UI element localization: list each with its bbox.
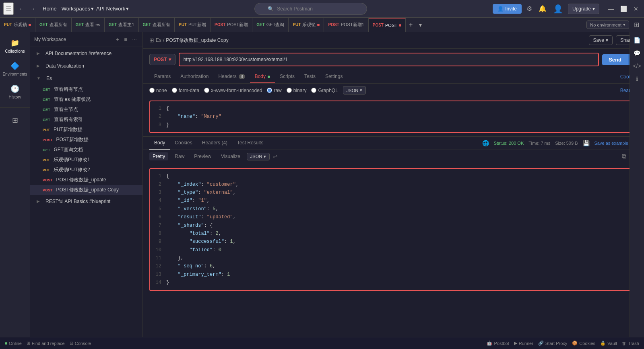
tree-item-get-master[interactable]: GET 查看主节点 xyxy=(30,105,142,115)
upgrade-button[interactable]: Upgrade ▾ xyxy=(568,4,599,14)
tree-item-post-update-copy[interactable]: POST POST修改数据_update Copy xyxy=(30,185,142,195)
tab-authorization[interactable]: Authorization xyxy=(175,70,213,83)
tab-headers[interactable]: Headers 8 xyxy=(213,70,250,83)
notifications-icon[interactable]: 🔔 xyxy=(537,3,548,14)
new-collection-button[interactable]: + xyxy=(114,35,121,43)
tree-item-post-add[interactable]: POST POST新增数据 xyxy=(30,135,142,145)
minimize-button[interactable]: — xyxy=(606,4,616,14)
postbot-button[interactable]: 🤖 Postbot xyxy=(487,341,509,346)
runner-button[interactable]: ▶ Runner xyxy=(514,341,533,346)
request-body-editor[interactable]: 1 { 2 "name": "Marry" 3 } xyxy=(149,101,638,133)
tab-put-1[interactable]: PUT 乐观锁 xyxy=(0,18,35,32)
settings-icon[interactable]: ⚙ xyxy=(525,3,534,14)
resp-line-2: 2 "_index": "customer", xyxy=(153,181,634,189)
forward-button[interactable]: → xyxy=(27,4,38,14)
workspaces-nav[interactable]: Workspaces ▾ xyxy=(62,6,94,12)
resp-tab-cookies[interactable]: Cookies xyxy=(170,137,197,150)
body-urlencoded-option[interactable]: x-www-form-urlencoded xyxy=(204,88,262,93)
word-wrap-button[interactable]: ⇌ xyxy=(273,153,278,160)
tab-get-5[interactable]: GET GET查询 xyxy=(252,18,289,32)
add-tab-button[interactable]: + xyxy=(406,21,416,29)
filter-button[interactable]: ≡ xyxy=(122,35,129,43)
tab-tests[interactable]: Tests xyxy=(299,70,320,83)
response-json-selector[interactable]: JSON ▾ xyxy=(247,153,270,160)
left-panel-header: My Workspace + ≡ ··· xyxy=(30,32,142,47)
sidebar-item-apps[interactable]: ⊞ xyxy=(2,113,28,128)
tab-settings[interactable]: Settings xyxy=(320,70,347,83)
json-format-selector[interactable]: JSON ▾ xyxy=(343,86,366,94)
documentation-icon[interactable]: 📄 xyxy=(632,35,642,45)
tree-folder-api-docs[interactable]: ▶ API Documentation #reference xyxy=(30,47,142,60)
close-button[interactable]: ✕ xyxy=(631,4,641,14)
copy-response-button[interactable]: ⧉ xyxy=(622,153,626,160)
tree-item-get-health[interactable]: GET 查看 es 健康状况 xyxy=(30,94,142,105)
menu-icon[interactable]: ☰ xyxy=(3,2,14,15)
tab-params[interactable]: Params xyxy=(149,70,175,83)
tree-item-post-update[interactable]: POST POST修改数据_update xyxy=(30,175,142,185)
sidebar-item-environments[interactable]: 🔷 Environments xyxy=(2,58,28,80)
api-network-nav[interactable]: API Network ▾ xyxy=(96,6,129,12)
body-form-data-option[interactable]: form-data xyxy=(172,88,199,93)
tree-item-put-modify1[interactable]: PUT 乐观锁PUT修改1 xyxy=(30,155,142,165)
tab-put-3[interactable]: PUT 乐观锁 xyxy=(289,18,324,32)
body-none-option[interactable]: none xyxy=(149,88,167,93)
info-icon[interactable]: ℹ xyxy=(634,74,640,84)
more-tabs-button[interactable]: ▾ xyxy=(416,22,425,28)
tree-item-put-modify2[interactable]: PUT 乐观锁PUT修改2 xyxy=(30,165,142,175)
cookies-bottom-button[interactable]: 🍪 Cookies xyxy=(572,341,595,346)
globe-icon[interactable]: 🌐 xyxy=(482,140,489,146)
maximize-button[interactable]: ⬜ xyxy=(618,4,630,14)
body-graphql-option[interactable]: GraphQL xyxy=(311,88,338,93)
sidebar-item-history[interactable]: 🕐 History xyxy=(2,81,28,103)
body-binary-option[interactable]: binary xyxy=(287,88,307,93)
env-selector[interactable]: No environment ▾ xyxy=(586,21,629,29)
url-input[interactable] xyxy=(179,53,599,66)
find-replace-button[interactable]: ⊞ Find and replace xyxy=(27,341,65,346)
invite-button[interactable]: 👤 Invite xyxy=(493,4,522,14)
tab-post-2[interactable]: POST POST新增1 xyxy=(324,18,368,32)
trash-button[interactable]: 🗑 Trash xyxy=(622,341,639,346)
console-button[interactable]: ⊡ Console xyxy=(70,341,91,346)
resp-tab-test-results[interactable]: Test Results xyxy=(232,137,268,150)
tab-get-2[interactable]: GET 查看 es xyxy=(72,18,105,32)
tab-scripts[interactable]: Scripts xyxy=(275,70,299,83)
resp-line-13: 13 "_primary_term": 1 xyxy=(153,271,634,279)
tab-get-3[interactable]: GET 查看主1 xyxy=(105,18,139,32)
tree-item-get-nodes[interactable]: GET 查看所有节点 xyxy=(30,84,142,94)
tab-post-active[interactable]: POST POST xyxy=(369,18,406,32)
sidebar-item-collections[interactable]: 📁 Collections xyxy=(2,35,28,57)
tree-item-get-indexes[interactable]: GET 查看所有索引 xyxy=(30,115,142,125)
tree-folder-es[interactable]: ▼ Es xyxy=(30,72,142,84)
avatar-icon[interactable]: 👤 xyxy=(551,2,565,15)
resp-tab-headers[interactable]: Headers (4) xyxy=(197,137,232,150)
back-button[interactable]: ← xyxy=(16,4,27,14)
body-raw-option[interactable]: raw xyxy=(267,88,281,93)
home-nav[interactable]: Home xyxy=(40,4,59,13)
collections-icon: 📁 xyxy=(10,39,19,47)
tab-body[interactable]: Body xyxy=(250,70,275,83)
start-proxy-button[interactable]: 🔗 Start Proxy xyxy=(538,341,567,346)
tab-get-1[interactable]: GET 查看所有 xyxy=(35,18,72,32)
comment-icon[interactable]: 💬 xyxy=(632,48,642,58)
format-preview-button[interactable]: Preview xyxy=(191,152,215,160)
format-pretty-button[interactable]: Pretty xyxy=(149,152,168,160)
tab-get-4[interactable]: GET 查看所有 xyxy=(139,18,175,32)
search-input[interactable]: 🔍 Search Postman xyxy=(254,3,367,15)
tab-put-2[interactable]: PUT PUT新增 xyxy=(175,18,211,32)
format-raw-button[interactable]: Raw xyxy=(171,152,188,160)
send-button[interactable]: Send xyxy=(602,54,628,65)
save-button[interactable]: Save ▾ xyxy=(589,35,613,45)
method-selector[interactable]: POST ▾ xyxy=(149,54,175,65)
online-status[interactable]: Online xyxy=(5,341,22,346)
tree-item-put-add[interactable]: PUT PUT新增数据 xyxy=(30,125,142,135)
format-visualize-button[interactable]: Visualize xyxy=(218,152,244,160)
resp-tab-body[interactable]: Body xyxy=(149,137,170,150)
tree-item-get-doc[interactable]: GET GET查询文档 xyxy=(30,145,142,155)
tree-folder-restful[interactable]: ▶ RESTful API Basics #blueprint xyxy=(30,195,142,207)
tab-post-1[interactable]: POST POST新增 xyxy=(211,18,252,32)
code-icon[interactable]: </> xyxy=(631,61,642,71)
tree-folder-data-viz[interactable]: ▶ Data Visualization xyxy=(30,60,142,72)
layout-toggle[interactable]: ⊞ xyxy=(632,19,641,30)
vault-button[interactable]: 🔒 Vault xyxy=(600,341,617,346)
more-options-button[interactable]: ··· xyxy=(130,35,138,43)
